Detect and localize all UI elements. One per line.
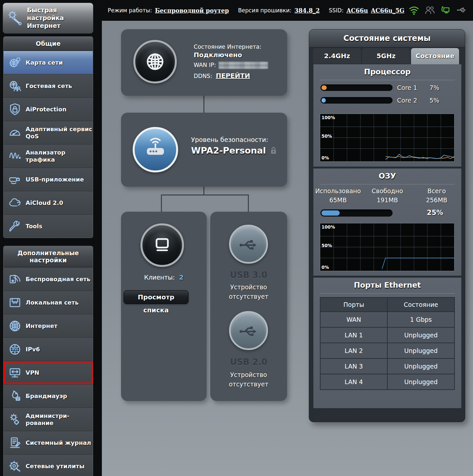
cpu-usage-graph: 100%50%0% (320, 114, 455, 162)
tools-icon (8, 219, 22, 233)
ddns-label: DDNS: (194, 73, 212, 79)
table-cell: LAN 3 (320, 358, 387, 374)
sidebar-item-aiprotection[interactable]: AiProtection (4, 97, 93, 121)
sidebar-item-label: Системный журнал (26, 439, 91, 446)
tab-status[interactable]: Состояние (411, 48, 459, 64)
clients-card: Клиенты: 2 Просмотр списка (121, 212, 207, 401)
sync-status-icon[interactable] (440, 5, 451, 16)
sidebar-item-ipv6[interactable]: IPV6IPv6 (4, 337, 93, 361)
ram-bar-fill (321, 210, 340, 216)
ethernet-section-title: Порты Ethernet (313, 281, 461, 289)
connector-line (203, 187, 204, 195)
table-column-header: Состояние (387, 297, 455, 312)
usb2-button[interactable] (229, 311, 268, 350)
table-cell: Unplugged (387, 358, 455, 374)
sidebar-item-aicloud[interactable]: AiCloud 2.0 (4, 191, 93, 214)
aicloud-icon (8, 196, 22, 210)
ram-free: Свободно 191MB (363, 187, 412, 205)
table-row: LAN 4Unplugged (320, 374, 455, 390)
router-icon (142, 136, 169, 163)
mode-value-link[interactable]: Беспроводной роутер (155, 7, 229, 14)
wireless-icon (8, 272, 22, 286)
view-list-button[interactable]: Просмотр списка (124, 290, 188, 304)
sidebar-item-system-log[interactable]: Системный журнал (4, 431, 93, 454)
cpu-section-title: Процессор (313, 68, 461, 76)
security-level-value: WPA2-Personal (191, 145, 266, 156)
table-cell: LAN 4 (320, 374, 387, 390)
wan-ip-row: WAN IP: (194, 62, 268, 69)
usb3-button[interactable] (229, 225, 268, 264)
ram-bar (321, 209, 393, 217)
core2-bar (321, 97, 393, 104)
ram-section-title: ОЗУ (313, 172, 461, 180)
ram-percent: 25% (420, 209, 450, 217)
sidebar-item-traffic-analyzer[interactable]: Анализатор трафика (4, 144, 93, 168)
internet-status-value: Подключено (194, 51, 268, 59)
clients-label: Клиенты: (144, 274, 175, 281)
core2-value: 5% (430, 97, 439, 104)
clients-monitor-icon (151, 234, 174, 257)
ethernet-ports-table: ПортыСостояние WAN1 GbpsLAN 1UnpluggedLA… (320, 297, 455, 390)
usb-app-icon (8, 173, 22, 186)
wan-ip-redacted (219, 62, 268, 69)
ssid-24-link[interactable]: AC66u (346, 7, 368, 14)
sidebar-item-label: AiProtection (26, 106, 67, 113)
core1-value: 7% (430, 84, 439, 91)
router-security-button[interactable] (133, 127, 178, 172)
sidebar-item-tools[interactable]: Tools (4, 214, 93, 238)
internet-icon (8, 319, 22, 333)
tab-5ghz[interactable]: 5GHz (362, 48, 410, 64)
svg-text:IPV6: IPV6 (12, 348, 18, 351)
sidebar-item-label: Tools (26, 223, 42, 230)
wifi-status-icon[interactable] (408, 5, 419, 16)
sidebar-item-lan[interactable]: Локальная сеть (4, 291, 93, 314)
sidebar-item-wireless[interactable]: Беспроводная сеть (4, 267, 93, 291)
sidebar-item-usb-app[interactable]: USB-приложение (4, 168, 93, 191)
connector-line (161, 194, 249, 195)
sidebar-item-label: USB-приложение (26, 176, 84, 183)
firmware-value-link[interactable]: 384.8_2 (295, 7, 320, 14)
usb-status-icon[interactable] (456, 5, 467, 16)
sidebar-item-guest-network[interactable]: Гостевая сеть (4, 74, 93, 97)
graph-axis-label: 100% (321, 224, 335, 230)
clients-count: 2 (179, 273, 184, 281)
quick-setup-button[interactable]: Быстрая настройка Интернет (3, 3, 93, 34)
sidebar-item-label: VPN (26, 369, 39, 376)
usb2-title: USB 2.0 (210, 357, 287, 367)
table-header-row: ПортыСостояние (320, 297, 455, 312)
header-status-icons (408, 5, 467, 16)
aiprotection-icon (8, 103, 22, 116)
sidebar-item-label: Анализатор трафика (26, 149, 93, 163)
table-cell: 1 Gbps (387, 312, 455, 327)
table-row: LAN 3Unplugged (320, 358, 455, 374)
sidebar-item-label: Администри- рование (26, 412, 69, 426)
connector-line (161, 194, 162, 212)
sidebar-item-network-map[interactable]: Карта сети (4, 51, 93, 74)
sidebar-item-wan[interactable]: Интернет (4, 314, 93, 337)
tab-24ghz[interactable]: 2.4GHz (313, 48, 361, 64)
syslog-icon (8, 436, 22, 450)
usb-trident-icon (237, 319, 260, 342)
sidebar-item-label: Адаптивный сервис QoS (26, 126, 93, 140)
graph-axis-label: 0% (321, 265, 329, 270)
ssid-5g-link[interactable]: AC66u_5G (371, 7, 404, 14)
ram-used: Использовано 65MB (313, 187, 363, 205)
table-row: WAN1 Gbps (320, 312, 455, 327)
table-cell: Unplugged (387, 374, 455, 390)
guest-network-icon (8, 79, 22, 93)
ram-usage-graph: 100%50%0% (320, 223, 455, 271)
ram-section: ОЗУ Использовано 65MB Свободно 191MB Все… (313, 169, 461, 276)
ddns-go-link[interactable]: ПЕРЕЙТИ (216, 72, 250, 80)
clients-status-icon[interactable] (424, 5, 435, 16)
clients-button[interactable] (140, 223, 184, 267)
ipv6-icon: IPV6 (8, 343, 22, 356)
sidebar-item-vpn[interactable]: VPN (4, 361, 93, 384)
usb2-status: Устройство отсутствует (210, 370, 287, 389)
sidebar-item-label: Гостевая сеть (26, 82, 72, 90)
sidebar-item-administration[interactable]: Администри- рование (4, 407, 93, 431)
sidebar-item-network-tools[interactable]: Сетевые утилиты (4, 454, 93, 476)
sidebar-item-firewall[interactable]: Брандмауэр (4, 384, 93, 407)
table-column-header: Порты (320, 297, 387, 312)
internet-globe-button[interactable] (133, 40, 177, 83)
sidebar-item-qos[interactable]: Адаптивный сервис QoS (4, 121, 93, 144)
